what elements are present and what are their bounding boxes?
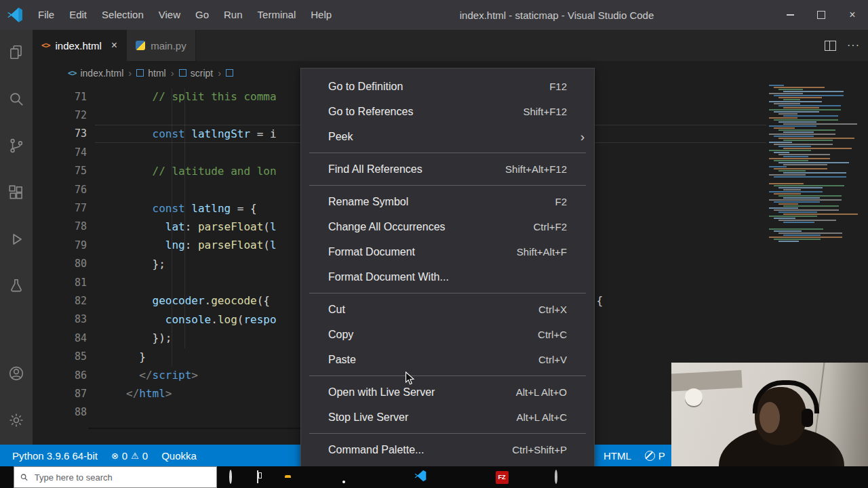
code-text: lng: parseFloat(l — [126, 239, 277, 251]
minimap-line — [769, 216, 817, 217]
taskbar-edge-button[interactable] — [353, 466, 380, 488]
title-bar: FileEditSelectionViewGoRunTerminalHelp i… — [0, 0, 868, 30]
menu-item-label: Format Document — [328, 246, 415, 258]
activity-extensions-button[interactable] — [0, 170, 33, 217]
context-menu-item-format-document[interactable]: Format DocumentShift+Alt+F — [301, 239, 594, 264]
context-menu-item-paste[interactable]: PasteCtrl+V — [301, 347, 594, 372]
context-menu-item-command-palette[interactable]: Command Palette...Ctrl+Shift+P — [301, 437, 594, 462]
minimap-line — [778, 121, 816, 123]
menu-item-shortcut: Alt+L Alt+O — [516, 386, 567, 398]
line-number: 81 — [33, 277, 87, 289]
line-number: 87 — [33, 388, 87, 400]
taskbar-postman-button[interactable] — [515, 466, 542, 488]
language-mode-status[interactable]: HTML — [597, 445, 638, 466]
breadcrumb-item-index-html[interactable]: <>index.html — [68, 68, 123, 79]
menu-go[interactable]: Go — [188, 0, 216, 30]
activity-explorer-button[interactable] — [0, 30, 33, 77]
menu-view[interactable]: View — [151, 0, 188, 30]
taskbar-photos-viewer-button[interactable] — [380, 466, 407, 488]
context-menu-item-go-to-references[interactable]: Go to ReferencesShift+F12 — [301, 99, 594, 124]
taskbar-vscode-button[interactable] — [407, 466, 434, 488]
line-number: 77 — [33, 202, 87, 214]
menu-selection[interactable]: Selection — [94, 0, 151, 30]
context-menu-item-stop-live-server[interactable]: Stop Live ServerAlt+L Alt+C — [301, 405, 594, 430]
close-tab-icon[interactable]: × — [111, 40, 117, 51]
activity-run-debug-button[interactable] — [0, 217, 33, 264]
minimap-line — [783, 91, 844, 92]
taskbar-task-view-button[interactable] — [244, 466, 271, 488]
status-bar-right: HTML P — [597, 445, 672, 466]
minimap-line — [774, 201, 820, 203]
minimap-line — [769, 109, 841, 110]
taskbar-file-explorer-button[interactable] — [271, 466, 298, 488]
taskbar-chrome-button[interactable] — [326, 466, 353, 488]
activity-search-button[interactable] — [0, 77, 33, 123]
menu-item-label: Rename Symbol — [328, 196, 408, 208]
menu-item-label: Go to References — [328, 106, 413, 118]
line-number: 76 — [33, 184, 87, 196]
window-maximize-button[interactable] — [806, 0, 837, 30]
line-number: 84 — [33, 332, 87, 344]
taskbar-pycharm-button[interactable] — [461, 466, 488, 488]
minimap-line — [774, 209, 839, 211]
context-menu-item-open-with-live-server[interactable]: Open with Live ServerAlt+L Alt+O — [301, 380, 594, 405]
menu-edit[interactable]: Edit — [62, 0, 94, 30]
line-number: 85 — [33, 350, 87, 363]
activity-account-button[interactable] — [0, 351, 33, 398]
search-input[interactable] — [33, 472, 211, 483]
menu-item-label: Peek — [328, 131, 353, 143]
tab-main-py[interactable]: main.py — [127, 30, 196, 61]
menu-help[interactable]: Help — [303, 0, 339, 30]
minimap-line — [778, 232, 842, 234]
code-text: } — [126, 350, 146, 363]
context-menu-item-cut[interactable]: CutCtrl+X — [301, 297, 594, 322]
python-version-status[interactable]: Python 3.9.6 64-bit — [5, 445, 104, 466]
menu-terminal[interactable]: Terminal — [250, 0, 304, 30]
prettier-status[interactable]: P — [638, 445, 672, 466]
taskbar-obs-button[interactable] — [542, 466, 570, 488]
context-menu-item-change-all-occurrences[interactable]: Change All OccurrencesCtrl+F2 — [301, 214, 594, 239]
context-menu-item-peek[interactable]: Peek› — [301, 124, 594, 149]
windows-search-box[interactable] — [14, 466, 217, 488]
breadcrumb-item-script[interactable]: script — [179, 68, 213, 79]
more-actions-icon[interactable]: ··· — [847, 39, 860, 52]
breadcrumb-item-html[interactable]: html — [136, 68, 165, 79]
problems-status[interactable]: ⊗ 0 ⚠ 0 — [104, 445, 155, 466]
line-number: 80 — [33, 258, 87, 270]
context-menu-item-copy[interactable]: CopyCtrl+C — [301, 322, 594, 347]
line-number: 78 — [33, 220, 87, 232]
minimap-line — [774, 119, 838, 121]
activity-settings-button[interactable] — [0, 398, 33, 445]
context-menu-item-format-document-with[interactable]: Format Document With... — [301, 264, 594, 289]
minimap-line — [774, 95, 844, 96]
minimap-line — [769, 207, 798, 209]
quokka-status[interactable]: Quokka — [155, 445, 203, 466]
code-text: console.log(respo — [126, 313, 277, 326]
activity-source-control-button[interactable] — [0, 123, 33, 170]
taskbar-filezilla-button[interactable]: FZ — [488, 466, 515, 488]
minimap-line — [774, 136, 814, 137]
webcam-overlay — [671, 363, 868, 467]
menu-run[interactable]: Run — [216, 0, 250, 30]
background-object — [685, 388, 703, 406]
context-menu-item-rename-symbol[interactable]: Rename SymbolF2 — [301, 189, 594, 214]
window-close-button[interactable]: × — [837, 0, 868, 30]
cortana-icon — [229, 471, 232, 483]
account-icon — [7, 365, 25, 385]
slash-circle-icon — [645, 451, 655, 461]
tab-index-html[interactable]: <>index.html× — [33, 30, 127, 61]
menu-item-shortcut: Alt+L Alt+C — [517, 411, 568, 423]
taskbar-cortana-button[interactable] — [217, 466, 244, 488]
taskbar-photos-app-button[interactable] — [298, 466, 326, 488]
menu-file[interactable]: File — [31, 0, 62, 30]
activity-test-beaker-button[interactable] — [0, 264, 33, 310]
split-editor-icon[interactable] — [825, 41, 836, 51]
editor-context-menu: Go to DefinitionF12Go to ReferencesShift… — [300, 68, 595, 468]
minimap-line — [769, 166, 787, 167]
taskbar-firefox-button[interactable] — [434, 466, 461, 488]
menu-separator — [309, 185, 586, 186]
context-menu-item-find-all-references[interactable]: Find All ReferencesShift+Alt+F12 — [301, 157, 594, 182]
context-menu-item-go-to-definition[interactable]: Go to DefinitionF12 — [301, 74, 594, 99]
window-minimize-button[interactable] — [774, 0, 806, 30]
breadcrumb-item-item[interactable] — [226, 69, 237, 77]
